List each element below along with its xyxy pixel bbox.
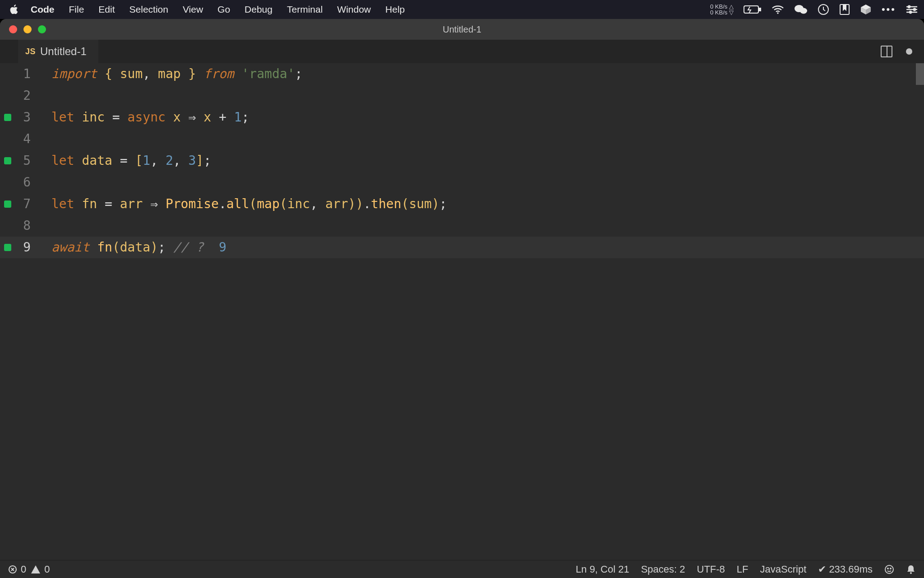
status-warnings[interactable]: 0 xyxy=(31,564,50,575)
status-spaces[interactable]: Spaces: 2 xyxy=(641,564,685,575)
code-line[interactable]: 6 xyxy=(0,172,924,193)
more-icon[interactable]: ••• xyxy=(882,4,896,15)
feedback-icon[interactable] xyxy=(884,564,894,574)
gutter-marker xyxy=(0,200,15,208)
svg-point-17 xyxy=(910,572,912,574)
status-bar: 0 0 Ln 9, Col 21 Spaces: 2 UTF-8 LF Java… xyxy=(0,560,924,578)
svg-rect-1 xyxy=(759,8,761,11)
window-title: Untitled-1 xyxy=(0,24,924,35)
window-minimize-button[interactable] xyxy=(23,25,32,33)
box-icon[interactable] xyxy=(860,4,872,15)
svg-point-14 xyxy=(885,565,893,573)
window-close-button[interactable] xyxy=(9,25,17,33)
gutter-marker xyxy=(0,114,15,121)
code-content[interactable]: let fn = arr ⇒ Promise.all(map(inc, arr)… xyxy=(44,193,447,215)
macos-menubar: Code File Edit Selection View Go Debug T… xyxy=(0,0,924,19)
menubar-items: Code File Edit Selection View Go Debug T… xyxy=(31,4,405,15)
language-badge-icon: JS xyxy=(25,47,36,56)
code-editor[interactable]: 1import { sum, map } from 'ramda';23let … xyxy=(0,63,924,560)
split-editor-icon[interactable] xyxy=(881,46,892,57)
window-zoom-button[interactable] xyxy=(38,25,46,33)
code-line[interactable]: 2 xyxy=(0,85,924,107)
status-eol[interactable]: LF xyxy=(737,564,748,575)
menubar-tray: 0 KB/s △ 0 KB/s ▽ xyxy=(710,4,918,15)
window-titlebar[interactable]: Untitled-1 xyxy=(0,19,924,40)
svg-point-15 xyxy=(887,568,888,569)
wechat-icon[interactable] xyxy=(794,4,808,15)
apple-menu-icon[interactable] xyxy=(9,4,20,15)
bookmark-icon[interactable] xyxy=(839,4,850,15)
code-content[interactable]: import { sum, map } from 'ramda'; xyxy=(44,63,302,85)
code-line[interactable]: 7let fn = arr ⇒ Promise.all(map(inc, arr… xyxy=(0,193,924,215)
svg-point-16 xyxy=(890,568,891,569)
status-language[interactable]: JavaScript xyxy=(760,564,807,575)
gutter-marker xyxy=(0,244,15,251)
line-number: 3 xyxy=(15,107,44,128)
menu-help[interactable]: Help xyxy=(385,4,405,15)
code-line[interactable]: 4 xyxy=(0,128,924,150)
status-errors[interactable]: 0 xyxy=(8,564,26,575)
menu-terminal[interactable]: Terminal xyxy=(287,4,323,15)
code-line[interactable]: 9await fn(data); // ? 9 xyxy=(0,237,924,258)
traffic-lights xyxy=(9,25,46,33)
menu-go[interactable]: Go xyxy=(217,4,230,15)
menu-app[interactable]: Code xyxy=(31,4,55,15)
code-line[interactable]: 1import { sum, map } from 'ramda'; xyxy=(0,63,924,85)
code-content[interactable]: let data = [1, 2, 3]; xyxy=(44,150,211,172)
svg-point-4 xyxy=(800,8,807,14)
tab-title: Untitled-1 xyxy=(40,45,87,58)
line-number: 1 xyxy=(15,63,44,85)
line-number: 2 xyxy=(15,85,44,107)
line-number: 4 xyxy=(15,128,44,150)
code-line[interactable]: 5let data = [1, 2, 3]; xyxy=(0,150,924,172)
editor-tabstrip: JS Untitled-1 xyxy=(0,40,924,63)
code-line[interactable]: 3let inc = async x ⇒ x + 1; xyxy=(0,107,924,128)
menu-edit[interactable]: Edit xyxy=(98,4,115,15)
status-quokka[interactable]: ✔ 233.69ms xyxy=(818,564,873,575)
svg-point-2 xyxy=(777,12,779,14)
status-encoding[interactable]: UTF-8 xyxy=(697,564,725,575)
bell-icon[interactable] xyxy=(906,564,916,574)
svg-point-10 xyxy=(908,6,910,8)
menu-selection[interactable]: Selection xyxy=(129,4,168,15)
status-cursor[interactable]: Ln 9, Col 21 xyxy=(576,564,629,575)
line-number: 9 xyxy=(15,237,44,258)
svg-point-11 xyxy=(914,9,915,10)
clock-icon[interactable] xyxy=(818,4,829,15)
svg-point-12 xyxy=(910,11,911,13)
menu-view[interactable]: View xyxy=(183,4,203,15)
code-content[interactable]: let inc = async x ⇒ x + 1; xyxy=(44,107,249,128)
vscode-window: Untitled-1 JS Untitled-1 1import { sum, … xyxy=(0,19,924,578)
code-line[interactable]: 8 xyxy=(0,215,924,237)
wifi-icon[interactable] xyxy=(772,5,784,14)
code-content[interactable]: await fn(data); // ? 9 xyxy=(44,237,226,258)
line-number: 8 xyxy=(15,215,44,237)
line-number: 7 xyxy=(15,193,44,215)
line-number: 6 xyxy=(15,172,44,193)
gutter-marker xyxy=(0,157,15,164)
network-speed-icon[interactable]: 0 KB/s △ 0 KB/s ▽ xyxy=(710,4,734,15)
menu-file[interactable]: File xyxy=(69,4,84,15)
control-center-icon[interactable] xyxy=(906,5,918,14)
dirty-indicator-icon[interactable] xyxy=(906,48,912,55)
battery-icon[interactable] xyxy=(744,5,762,14)
menu-debug[interactable]: Debug xyxy=(245,4,273,15)
menu-window[interactable]: Window xyxy=(337,4,371,15)
editor-tab[interactable]: JS Untitled-1 xyxy=(18,40,98,63)
line-number: 5 xyxy=(15,150,44,172)
